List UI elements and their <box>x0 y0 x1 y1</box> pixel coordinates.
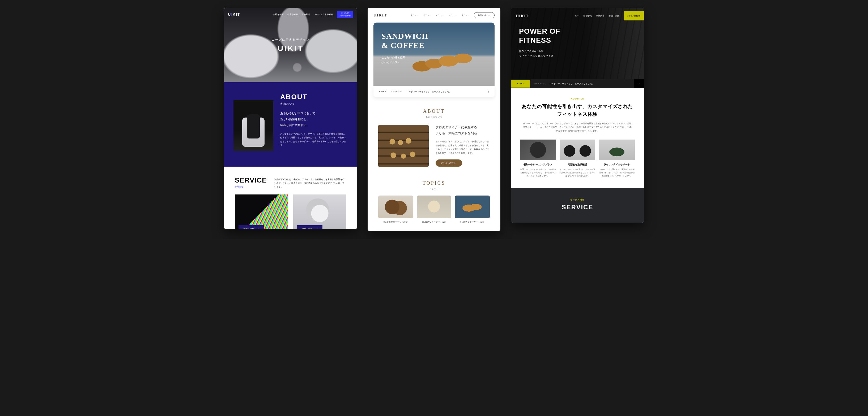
service-subheading: 事業内容 <box>235 185 267 188</box>
logo-text: KIT <box>233 12 240 16</box>
nav-item[interactable]: メニュー <box>410 14 418 17</box>
header: UIKIT 会社を知る 仕事を知る 人を知る プロジェクトを知る CONTACT… <box>224 8 357 21</box>
nav-item[interactable]: メニュー <box>448 14 457 17</box>
news-bar[interactable]: NEWS 2025.03.10 コーポレートサイトをリニューアルしました。 › <box>511 79 644 88</box>
nav-item[interactable]: TOP <box>575 14 579 17</box>
hero-subtitle: ニーズに応えるデザイン <box>272 38 310 42</box>
hero-title-line1: SANDWICH <box>381 32 487 41</box>
about-lead: あらゆるビジネスにおいて、 新しい価値を創造し、 顧客と共に成長する。 <box>280 110 348 128</box>
logo[interactable]: UIKIT <box>228 12 240 16</box>
topic-item[interactable]: 01.最適なターゲット設定 <box>455 196 490 223</box>
about-image <box>378 125 429 167</box>
about-body: あらゆるビジネスにおいて、デザインを通じて新しい価値を創造し、顧客と共に成長する… <box>280 132 348 147</box>
nav-item[interactable]: 事例・実績 <box>609 14 619 17</box>
feature-image <box>520 140 556 160</box>
hero-title-line2: & COFFEE <box>381 41 487 50</box>
topic-image <box>455 196 490 218</box>
topics-section: TOPICS トピック 01.最適なターゲット設定 01.最適なターゲット設定 … <box>368 172 500 231</box>
about-subheading: 当社について <box>280 102 348 106</box>
chevron-right-icon[interactable]: › <box>488 90 489 94</box>
topics-heading: TOPICS <box>378 180 490 186</box>
topic-title: 01.最適なターゲット設定 <box>455 220 490 223</box>
news-date: 2025.03.10 <box>530 82 549 85</box>
nav-item[interactable]: 事業内容 <box>596 14 604 17</box>
topic-image <box>417 196 452 218</box>
about-heading: ABOUT <box>378 108 490 114</box>
logo-text: U <box>228 12 231 16</box>
news-text: コーポレートサイトをリニューアルしました。 <box>406 90 451 93</box>
service-tag[interactable]: 企画・開発 <box>297 225 322 229</box>
service-image <box>235 195 288 229</box>
nav-item[interactable]: 仕事を知る <box>287 13 298 16</box>
news-label: NEWS <box>379 91 386 93</box>
about-section: ABOUT 私たちについて プロのデザイナーに依頼する よりも、大幅にコストを削… <box>368 100 500 172</box>
about-label: ABOUT US <box>520 98 635 100</box>
contact-button[interactable]: CONTACT お問い合わせ <box>337 11 353 18</box>
news-date: 2024.03.28 <box>391 91 402 93</box>
about-heading: あなたの可能性を引き出す、カスタマイズされたフィットネス体験 <box>520 103 635 118</box>
hero-sub-line: あなたのためだけの <box>519 49 543 53</box>
service-image <box>293 195 346 229</box>
feature-body: トレーニングと同じくらい重要なのが栄養管理です。当ジムでは、専門の栄養士が個別に… <box>599 168 635 177</box>
nav-item[interactable]: メニュー <box>423 14 431 17</box>
hero-sub-line: ここだけの味と空間、 <box>381 56 408 59</box>
news-text: コーポレートサイトをリニューアルしました。 <box>549 82 594 85</box>
chevron-right-icon[interactable]: › <box>634 79 644 88</box>
about-body: あらゆるビジネスにおいて、デザインを通じて新しい価値を創造し、顧客と共に成長する… <box>436 140 490 155</box>
hero: SANDWICH & COFFEE ここだけの味と空間、 ゆっくりカフェ <box>373 23 495 89</box>
contact-en: CONTACT <box>339 12 350 14</box>
details-button[interactable]: 詳しくはこちら <box>436 160 462 167</box>
service-lead: 製品デザインには、機能性、デザイン性、生産性などを考慮した設計を行います。また、… <box>274 176 346 188</box>
news-label: NEWS <box>511 80 530 88</box>
about-body: 個々のニーズに合わせたトレーニングとサポートで、あなたの目標を最短で達成するため… <box>520 122 635 133</box>
nav-item[interactable]: 会社情報 <box>583 14 592 17</box>
contact-button[interactable]: お問い合わせ <box>474 12 495 18</box>
nav-item[interactable]: メニュー <box>461 14 470 17</box>
nav-item[interactable]: プロジェクトを知る <box>314 13 333 16</box>
template-card-1: UIKIT 会社を知る 仕事を知る 人を知る プロジェクトを知る CONTACT… <box>224 8 357 229</box>
contact-jp: お問い合わせ <box>339 14 350 16</box>
hero-subtitle: あなたのためだけの フィットネスをカスタマイズ <box>519 49 636 58</box>
feature-image <box>560 140 595 160</box>
feature-item: 個別のトレーニングプラン 初回のカウンセリングを通じて、お客様の目標を詳しくヒア… <box>520 140 556 177</box>
features-row: 個別のトレーニングプラン 初回のカウンセリングを通じて、お客様の目標を詳しくヒア… <box>520 140 635 177</box>
service-heading: SERVICE <box>235 176 267 184</box>
service-label: サービス内容 <box>511 199 644 201</box>
hero-title-line1: POWER OF <box>519 27 636 36</box>
feature-image <box>599 140 635 160</box>
nav-item[interactable]: 人を知る <box>302 13 310 16</box>
news-bar[interactable]: NEWS 2024.03.28 コーポレートサイトをリニューアルしました。 › <box>373 86 495 97</box>
topic-item[interactable]: 01.最適なターゲット設定 <box>417 196 452 223</box>
hero-sub-line: ゆっくりカフェ <box>381 61 400 64</box>
template-card-2: UIKIT メニュー メニュー メニュー メニュー メニュー お問い合わせ SA… <box>368 8 500 231</box>
feature-item: ライフスタイルサポート トレーニングと同じくらい重要なのが栄養管理です。当ジムで… <box>599 140 635 177</box>
header: UIKIT TOP 会社情報 事業内容 事例・実績 お問い合わせ <box>511 8 644 24</box>
logo[interactable]: UIKIT <box>373 13 387 18</box>
nav-item[interactable]: メニュー <box>436 14 444 17</box>
nav-item[interactable]: 会社を知る <box>273 13 284 16</box>
feature-item: 定期的な進捗確認 トレーニングの進捗を測定し、体組成の変化や体力の向上を把握する… <box>560 140 595 177</box>
service-item[interactable]: 企画・開発 <box>235 195 288 229</box>
topic-title: 01.最適なターゲット設定 <box>378 220 413 223</box>
nav: TOP 会社情報 事業内容 事例・実績 お問い合わせ <box>575 11 644 21</box>
feature-heading: 個別のトレーニングプラン <box>520 163 556 166</box>
feature-heading: ライフスタイルサポート <box>599 163 635 166</box>
topics-subheading: トピック <box>378 187 490 190</box>
feature-body: トレーニングの進捗を測定し、体組成の変化や体力の向上を把握することで、必要に応じ… <box>560 168 595 177</box>
service-tag[interactable]: 企画・開発 <box>239 225 264 229</box>
nav: 会社を知る 仕事を知る 人を知る プロジェクトを知る CONTACT お問い合わ… <box>273 11 353 18</box>
topic-title: 01.最適なターゲット設定 <box>417 220 452 223</box>
nav: メニュー メニュー メニュー メニュー メニュー お問い合わせ <box>410 12 495 18</box>
about-image <box>234 100 273 151</box>
topic-item[interactable]: 01.最適なターゲット設定 <box>378 196 413 223</box>
service-heading: SERVICE <box>511 204 644 211</box>
feature-heading: 定期的な進捗確認 <box>560 163 595 166</box>
logo[interactable]: UIKIT <box>516 13 529 18</box>
template-card-3: UIKIT TOP 会社情報 事業内容 事例・実績 お問い合わせ POWER O… <box>511 8 644 222</box>
service-item[interactable]: 企画・開発 <box>293 195 346 229</box>
service-section: SERVICE 事業内容 製品デザインには、機能性、デザイン性、生産性などを考慮… <box>224 167 357 229</box>
contact-button[interactable]: お問い合わせ <box>624 11 644 21</box>
service-section: サービス内容 SERVICE <box>511 188 644 222</box>
about-subheading: 私たちについて <box>378 115 490 118</box>
about-text: ABOUT 当社について あらゆるビジネスにおいて、 新しい価値を創造し、 顧客… <box>280 93 348 147</box>
